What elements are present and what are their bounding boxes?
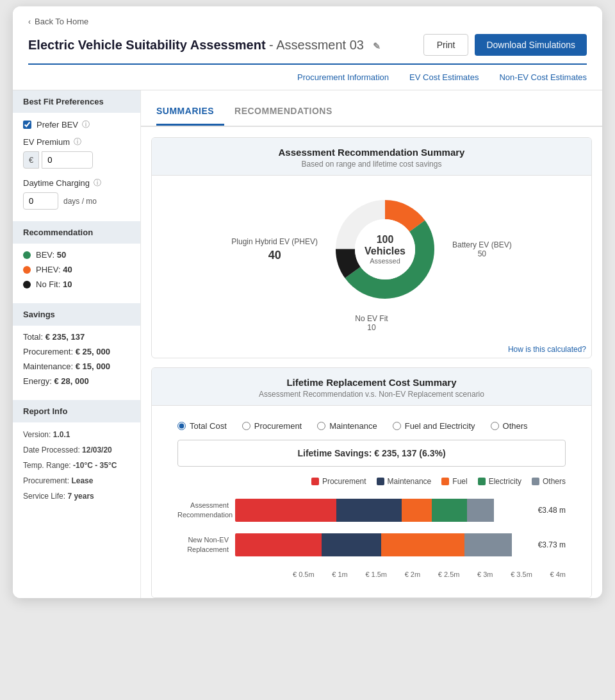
ev-premium-info-icon[interactable]: ⓘ [74, 137, 81, 147]
savings-header: Savings [13, 303, 140, 326]
prefer-bev-label: Prefer BEV [37, 120, 78, 129]
legend-fuel: Fuel [441, 477, 467, 486]
tab-summaries[interactable]: SUMMARIES [156, 101, 224, 126]
legend-maintenance-dot [377, 478, 384, 485]
bar-group-replacement: New Non-EV Replacement €3.73 m [177, 533, 566, 556]
bar-seg-others-2 [464, 533, 512, 556]
bar-end-label-1: €3.48 m [538, 506, 566, 515]
x-label-4: € 2.5m [438, 571, 460, 578]
prefer-bev-row: Prefer BEV ⓘ [23, 119, 130, 130]
bar-group-assessment: Assessment Recommendation €3.48 m [177, 499, 566, 522]
x-label-0: € 0.5m [293, 571, 315, 578]
bar-seg-procurement-1 [235, 499, 336, 522]
best-fit-header: Best Fit Preferences [13, 90, 140, 113]
title-area: Electric Vehicle Suitability Assessment … [28, 38, 381, 53]
savings-maintenance: Maintenance: € 15, 000 [23, 362, 130, 371]
radio-fuel-electricity-input[interactable] [393, 422, 401, 430]
no-ev-fit-label: No EV Fit 10 [165, 314, 578, 332]
main-layout: Best Fit Preferences Prefer BEV ⓘ EV Pre… [13, 90, 602, 598]
radio-procurement[interactable]: Procurement [242, 421, 302, 431]
best-fit-section: Prefer BEV ⓘ EV Premium ⓘ € Daytime Char… [13, 119, 140, 221]
recommendation-section: BEV: 50 PHEV: 40 No Fit: 10 [13, 250, 140, 303]
header-buttons: Print Download Simulations [423, 34, 587, 56]
x-label-3: € 2m [405, 571, 420, 578]
lifetime-savings-box: Lifetime Savings: € 235, 137 (6.3%) [177, 440, 566, 467]
prefer-bev-checkbox[interactable] [23, 121, 31, 129]
legend-procurement: Procurement [311, 477, 366, 486]
ev-premium-label: EV Premium ⓘ [23, 137, 130, 147]
legend-fuel-dot [441, 478, 449, 485]
nav-tab-ev-cost[interactable]: EV Cost Estimates [409, 72, 479, 82]
bar-seg-fuel-2 [381, 533, 464, 556]
content-area: SUMMARIES RECOMMENDATIONS Assessment Rec… [141, 90, 602, 598]
report-date: Date Processed: 12/03/20 [23, 444, 130, 456]
page-title: Electric Vehicle Suitability Assessment … [28, 38, 381, 52]
legend-electricity-dot [478, 478, 486, 485]
radio-others[interactable]: Others [491, 421, 528, 431]
header: ‹ Back To Home Electric Vehicle Suitabil… [13, 6, 602, 65]
radio-total-cost[interactable]: Total Cost [177, 421, 227, 431]
ev-premium-row: € [23, 151, 130, 169]
report-version: Version: 1.0.1 [23, 429, 130, 440]
legend-electricity: Electricity [478, 477, 521, 486]
savings-total: Total: € 235, 137 [23, 332, 130, 342]
radio-others-input[interactable] [491, 422, 499, 430]
download-button[interactable]: Download Simulations [475, 34, 587, 56]
ev-premium-input[interactable] [42, 151, 93, 169]
header-row: Electric Vehicle Suitability Assessment … [28, 34, 587, 56]
daytime-input[interactable] [23, 192, 58, 210]
rec-phev-value: 40 [63, 265, 72, 274]
bev-dot [23, 251, 31, 259]
nav-tab-procurement[interactable]: Procurement Information [297, 72, 389, 82]
radio-procurement-input[interactable] [242, 422, 250, 430]
radio-total-cost-input[interactable] [177, 422, 186, 430]
edit-icon[interactable]: ✎ [373, 41, 381, 51]
assessment-num: - Assessment 03 [269, 38, 364, 52]
x-label-1: € 1m [332, 571, 347, 578]
legend-others: Others [532, 477, 566, 486]
nofit-dot [23, 281, 31, 288]
x-axis-labels: € 0.5m € 1m € 1.5m € 2m € 2.5m € 3m € 3.… [293, 571, 566, 578]
nav-tab-non-ev-cost[interactable]: Non-EV Cost Estimates [499, 72, 587, 82]
how-calculated-link[interactable]: How is this calculated? [152, 345, 591, 358]
savings-energy: Energy: € 28, 000 [23, 376, 130, 386]
daytime-charging-label: Daytime Charging ⓘ [23, 178, 130, 188]
bar-seg-electricity-1 [432, 499, 468, 522]
back-link[interactable]: ‹ Back To Home [28, 17, 587, 26]
lifetime-card: Lifetime Replacement Cost Summary Assess… [151, 367, 592, 598]
prefer-bev-info-icon[interactable]: ⓘ [82, 119, 90, 130]
report-service-life: Service Life: 7 years [23, 490, 130, 502]
print-button[interactable]: Print [423, 34, 469, 56]
bar-seg-procurement-2 [235, 533, 322, 556]
rec-nofit-value: 10 [63, 279, 72, 289]
report-section: Version: 1.0.1 Date Processed: 12/03/20 … [13, 429, 140, 515]
phev-label: Plugin Hybrid EV (PHEV) 40 [231, 237, 318, 262]
chart-legend: Procurement Maintenance Fuel Electr [165, 477, 578, 492]
legend-procurement-dot [311, 478, 319, 485]
radio-fuel-electricity[interactable]: Fuel and Electricity [393, 421, 475, 431]
tab-recommendations[interactable]: RECOMMENDATIONS [234, 101, 343, 126]
bar-label-assessment: Assessment Recommendation [177, 501, 235, 521]
back-label: Back To Home [35, 17, 88, 26]
bar-seg-fuel-1 [402, 499, 431, 522]
radio-maintenance[interactable]: Maintenance [317, 421, 377, 431]
rec-phev: PHEV: 40 [23, 265, 130, 274]
radio-group: Total Cost Procurement Maintenance [165, 412, 578, 440]
sidebar: Best Fit Preferences Prefer BEV ⓘ EV Pre… [13, 90, 141, 598]
rec-bev-value: 50 [57, 250, 66, 260]
back-arrow-icon: ‹ [28, 17, 31, 26]
radio-maintenance-input[interactable] [317, 422, 325, 430]
donut-svg [331, 195, 439, 304]
x-label-5: € 3m [477, 571, 493, 578]
daytime-info-icon[interactable]: ⓘ [94, 178, 101, 188]
lifetime-card-title: Lifetime Replacement Cost Summary [165, 377, 578, 388]
assessment-summary-card: Assessment Recommendation Summary Based … [151, 137, 592, 358]
bar-chart-area: Assessment Recommendation €3.48 m [165, 492, 578, 591]
rec-nofit-label: No Fit: [36, 279, 60, 289]
lifetime-card-body: Total Cost Procurement Maintenance [152, 406, 591, 597]
days-label: days / mo [63, 197, 97, 206]
bev-label: Battery EV (BEV) 50 [452, 240, 512, 258]
recommendation-header: Recommendation [13, 221, 140, 244]
legend-others-dot [532, 478, 539, 485]
assessment-card-title: Assessment Recommendation Summary [165, 147, 578, 158]
